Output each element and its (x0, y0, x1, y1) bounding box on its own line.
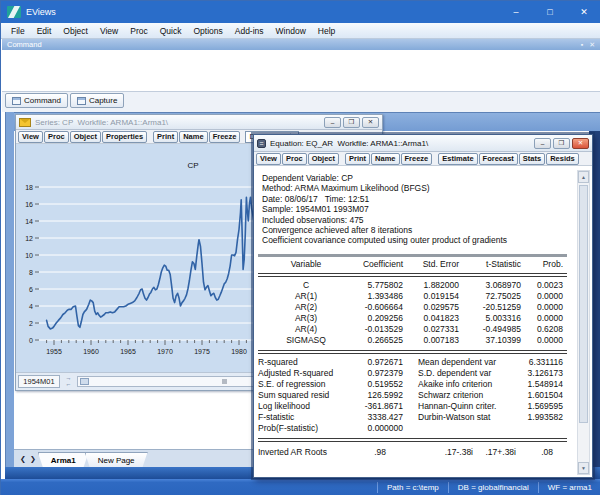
series-properties-button[interactable]: Properties (102, 131, 147, 143)
window-icon (77, 97, 86, 105)
summary-line: Date: 08/06/17 Time: 12:51 (262, 194, 577, 204)
summary-line: Coefficient covariance computed using ou… (262, 235, 577, 245)
menu-proc[interactable]: Proc (124, 26, 153, 36)
coef-cell: AR(3) (258, 313, 354, 324)
workfile-tab-arma1[interactable]: Arma1 (38, 452, 89, 467)
menu-options[interactable]: Options (187, 26, 228, 36)
series-name-button[interactable]: Name (179, 131, 207, 143)
svg-text:CP: CP (187, 161, 198, 170)
pan-arrows-icon[interactable]: →← (62, 375, 75, 388)
eviews-logo-icon (7, 6, 21, 18)
svg-text:10: 10 (25, 252, 33, 259)
equation-print-button[interactable]: Print (345, 153, 370, 165)
series-close-button[interactable]: ✕ (362, 117, 379, 128)
window-controls: – □ ✕ (499, 1, 600, 23)
stat-value: 3.126173 (521, 368, 563, 379)
coef-cell: 0.027331 (403, 324, 459, 335)
series-print-button[interactable]: Print (153, 131, 178, 143)
series-title-bar[interactable]: Series: CP Workfile: ARMA1::Arma1\ – ❐ ✕ (16, 115, 382, 130)
equation-title-bar[interactable]: = Equation: EQ_AR Workfile: ARMA1::Arma1… (254, 135, 592, 152)
series-freeze-button[interactable]: Freeze (209, 131, 241, 143)
stat-value: 6.331116 (521, 357, 563, 368)
series-proc-button[interactable]: Proc (44, 131, 69, 143)
summary-line: Dependent Variable: CP (262, 173, 577, 183)
svg-text:16: 16 (25, 201, 33, 208)
coef-cell: AR(2) (258, 302, 354, 313)
coef-cell: 1.882000 (403, 280, 459, 291)
equation-freeze-button[interactable]: Freeze (401, 153, 433, 165)
stat-value: 0.519552 (348, 379, 403, 390)
menu-quick[interactable]: Quick (154, 26, 188, 36)
equation-object-button[interactable]: Object (308, 153, 339, 165)
series-view-button[interactable]: View (18, 131, 43, 143)
menu-object[interactable]: Object (57, 26, 94, 36)
equation-name-button[interactable]: Name (371, 153, 399, 165)
pin-icon[interactable]: ▪ (581, 41, 583, 48)
estimation-summary: Dependent Variable: CPMethod: ARMA Maxim… (262, 173, 577, 246)
pan-scrollbar-thumb[interactable] (80, 378, 89, 385)
status-path: Path = c:\temp (377, 482, 448, 493)
summary-line: Method: ARMA Maximum Likelihood (BFGS) (262, 183, 577, 193)
coef-header-cell: Variable (258, 257, 354, 273)
menu-file[interactable]: File (5, 26, 31, 36)
menu-bar: FileEditObjectViewProcQuickOptionsAdd-in… (1, 23, 600, 39)
close-button[interactable]: ✕ (567, 1, 600, 23)
dock-tab-capture[interactable]: Capture (70, 93, 124, 108)
svg-text:1970: 1970 (157, 348, 173, 355)
equation-estimate-button[interactable]: Estimate (438, 153, 477, 165)
coef-cell: 0.0000 (521, 291, 563, 302)
coef-header-cell: Std. Error (403, 257, 459, 273)
menu-window[interactable]: Window (270, 26, 312, 36)
menu-edit[interactable]: Edit (31, 26, 58, 36)
equation-output: Dependent Variable: CPMethod: ARMA Maxim… (254, 168, 592, 477)
stat-label: Schwarz criterion (418, 390, 521, 401)
svg-text:0: 0 (29, 337, 33, 344)
equation-close-button[interactable]: ✕ (572, 138, 589, 149)
inverted-roots-label: Inverted AR Roots (258, 447, 340, 458)
menu-help[interactable]: Help (312, 26, 341, 36)
svg-text:14: 14 (25, 218, 33, 225)
close-panel-icon[interactable]: ✕ (589, 41, 595, 49)
scroll-up-icon[interactable]: ▲ (578, 171, 589, 183)
svg-text:1955: 1955 (46, 348, 62, 355)
coef-cell: 0.209256 (354, 313, 403, 324)
equation-scrollbar[interactable]: ▲ ▼ (577, 170, 590, 475)
equation-icon: = (257, 139, 266, 148)
coef-cell: 0.0000 (521, 313, 563, 324)
coef-cell: -0.606664 (354, 302, 403, 313)
equation-view-button[interactable]: View (256, 153, 281, 165)
scroll-down-icon[interactable]: ▼ (578, 462, 589, 474)
minimize-button[interactable]: – (499, 1, 533, 23)
title-bar: EViews – □ ✕ (1, 1, 600, 23)
dock-tab-command[interactable]: Command (5, 93, 68, 108)
equation-resids-button[interactable]: Resids (546, 153, 579, 165)
coef-header-cell: t-Statistic (459, 257, 521, 273)
stat-label: S.D. dependent var (418, 368, 521, 379)
inverted-ar-roots: Inverted AR Roots.98.17-.38i.17+.38i.08 (258, 442, 567, 461)
svg-text:12: 12 (25, 235, 33, 242)
maximize-button[interactable]: □ (533, 1, 567, 23)
equation-proc-button[interactable]: Proc (282, 153, 307, 165)
series-minimize-button[interactable]: – (324, 117, 341, 128)
equation-scrollbar-thumb[interactable] (579, 185, 588, 423)
series-object-button[interactable]: Object (70, 131, 101, 143)
command-input-area[interactable] (2, 50, 600, 92)
equation-forecast-button[interactable]: Forecast (479, 153, 518, 165)
coef-cell: 3.068970 (459, 280, 521, 291)
equation-stats-button[interactable]: Stats (519, 153, 545, 165)
workfile-tab-new-page[interactable]: New Page (85, 452, 148, 467)
page-tab-scroll-left[interactable]: ❮ (18, 455, 28, 463)
coef-cell: AR(4) (258, 324, 354, 335)
menu-add-ins[interactable]: Add-ins (229, 26, 270, 36)
equation-restore-button[interactable]: ❐ (553, 138, 570, 149)
menu-view[interactable]: View (94, 26, 124, 36)
stat-value: -361.8671 (348, 401, 403, 412)
stat-label: Log likelihood (258, 401, 348, 412)
series-restore-button[interactable]: ❐ (343, 117, 360, 128)
coef-cell: 0.019154 (403, 291, 459, 302)
dock-tab-row: CommandCapture (2, 92, 600, 112)
stat-spacer (403, 357, 418, 368)
page-tab-scroll-right[interactable]: ❯ (28, 455, 38, 463)
equation-minimize-button[interactable]: – (534, 138, 551, 149)
stat-label: Hannan-Quinn criter. (418, 401, 521, 412)
